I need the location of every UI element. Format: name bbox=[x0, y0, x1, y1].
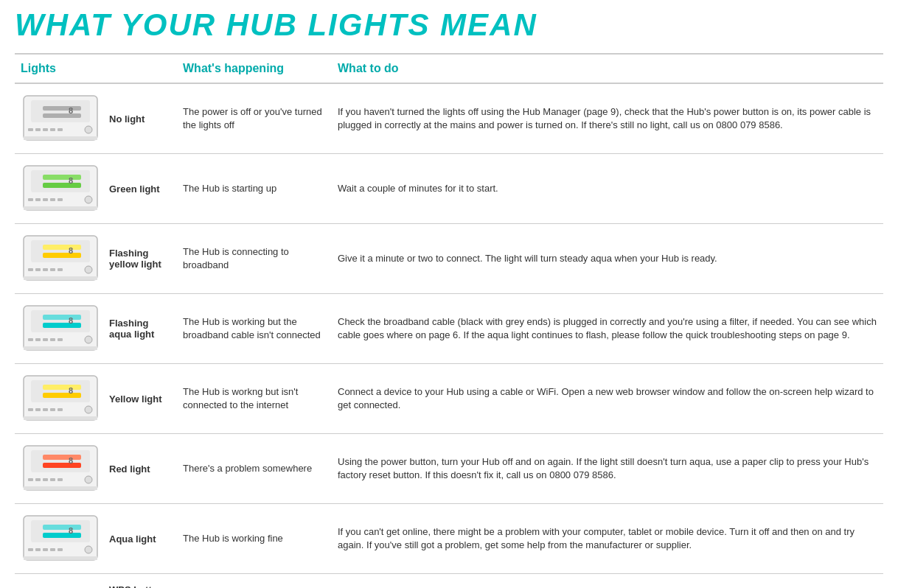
svg-rect-37 bbox=[31, 310, 90, 332]
svg-rect-83 bbox=[24, 556, 97, 560]
light-name-yellow-light: Yellow light bbox=[109, 393, 162, 405]
table-row: 8 No light The power is off or you've tu… bbox=[15, 84, 883, 154]
hub-image-flashing-yellow: 8 bbox=[21, 230, 102, 287]
svg-rect-2 bbox=[43, 106, 81, 111]
hub-image-no-light: 8 bbox=[21, 90, 102, 147]
svg-rect-30 bbox=[35, 268, 41, 271]
svg-rect-31 bbox=[43, 268, 48, 271]
svg-rect-73 bbox=[31, 520, 90, 542]
cell-light-yellow-light: 8 Yellow light bbox=[15, 364, 177, 433]
cell-light-aqua-light: 8 Aqua light bbox=[15, 504, 177, 573]
table-row: 8 Flashingaqua light The Hub is working … bbox=[15, 294, 883, 364]
svg-rect-38 bbox=[43, 315, 81, 320]
svg-rect-50 bbox=[43, 385, 81, 390]
svg-rect-71 bbox=[24, 486, 97, 490]
hub-image-yellow-light: 8 bbox=[21, 370, 102, 427]
cell-happening-aqua-light: The Hub is working fine bbox=[177, 525, 332, 553]
svg-text:8: 8 bbox=[69, 456, 73, 465]
svg-rect-43 bbox=[43, 338, 48, 341]
light-name-no-light: No light bbox=[109, 113, 145, 125]
svg-point-46 bbox=[85, 336, 92, 343]
svg-rect-9 bbox=[58, 128, 63, 131]
light-name-wps-button: WPS button and light bbox=[109, 584, 171, 588]
hub-image-red-light: 8 bbox=[21, 440, 102, 497]
svg-rect-81 bbox=[58, 548, 63, 551]
hub-image-flashing-aqua: 8 bbox=[21, 300, 102, 357]
svg-rect-13 bbox=[31, 170, 90, 192]
svg-point-34 bbox=[85, 266, 92, 273]
svg-rect-54 bbox=[35, 408, 41, 411]
svg-rect-66 bbox=[35, 478, 41, 481]
table-row: 8 Yellow light The Hub is workng but isn… bbox=[15, 364, 883, 434]
svg-text:8: 8 bbox=[69, 316, 73, 325]
svg-rect-59 bbox=[24, 416, 97, 420]
light-name-flashing-aqua: Flashingaqua light bbox=[109, 318, 154, 340]
svg-rect-11 bbox=[24, 136, 97, 140]
col-lights: Lights bbox=[15, 60, 177, 77]
svg-point-10 bbox=[85, 126, 92, 133]
table-row: 8 Flashingyellow light The Hub is connec… bbox=[15, 224, 883, 294]
hub-image-wps-button: 8 WPS bbox=[21, 584, 102, 588]
svg-rect-26 bbox=[43, 245, 81, 250]
svg-text:8: 8 bbox=[69, 246, 73, 255]
svg-rect-51 bbox=[43, 393, 81, 398]
svg-rect-55 bbox=[43, 408, 48, 411]
svg-point-22 bbox=[85, 196, 92, 203]
cell-happening-no-light: The power is off or you've turned the li… bbox=[177, 98, 332, 139]
light-name-flashing-yellow: Flashingyellow light bbox=[109, 248, 161, 270]
svg-rect-53 bbox=[28, 408, 33, 411]
svg-rect-45 bbox=[58, 338, 63, 341]
svg-rect-80 bbox=[50, 548, 55, 551]
light-name-red-light: Red light bbox=[109, 463, 150, 475]
table-row: 8 Green light The Hub is starting up Wai… bbox=[15, 154, 883, 224]
cell-happening-yellow-light: The Hub is workng but isn't connected to… bbox=[177, 378, 332, 419]
cell-todo-aqua-light: If you can't get online, there might be … bbox=[332, 518, 883, 559]
svg-rect-67 bbox=[43, 478, 48, 481]
svg-rect-3 bbox=[43, 113, 81, 118]
svg-rect-15 bbox=[43, 183, 81, 188]
light-name-green-light: Green light bbox=[109, 183, 160, 195]
cell-todo-no-light: If you haven't turned the lights off usi… bbox=[332, 98, 883, 139]
cell-todo-green-light: Wait a couple of minutes for it to start… bbox=[332, 175, 883, 203]
svg-rect-41 bbox=[28, 338, 33, 341]
svg-rect-1 bbox=[31, 100, 90, 122]
cell-todo-yellow-light: Connect a device to your Hub using a cab… bbox=[332, 378, 883, 419]
svg-text:8: 8 bbox=[69, 386, 73, 395]
svg-point-82 bbox=[85, 546, 92, 553]
svg-rect-29 bbox=[28, 268, 33, 271]
cell-light-no-light: 8 No light bbox=[15, 84, 177, 153]
cell-light-flashing-aqua: 8 Flashingaqua light bbox=[15, 294, 177, 363]
light-name-aqua-light: Aqua light bbox=[109, 533, 156, 545]
col-happening: What's happening bbox=[177, 60, 332, 77]
hub-image-green-light: 8 bbox=[21, 160, 102, 217]
table-row: 8 WPS WPS button and light If it's flash… bbox=[15, 574, 883, 588]
svg-text:8: 8 bbox=[69, 526, 73, 535]
hub-image-aqua-light: 8 bbox=[21, 510, 102, 567]
svg-rect-35 bbox=[24, 276, 97, 280]
svg-rect-20 bbox=[50, 198, 55, 201]
svg-rect-61 bbox=[31, 450, 90, 472]
svg-rect-44 bbox=[50, 338, 55, 341]
svg-rect-47 bbox=[24, 346, 97, 350]
svg-rect-7 bbox=[43, 128, 48, 131]
svg-rect-27 bbox=[43, 253, 81, 258]
svg-rect-42 bbox=[35, 338, 41, 341]
svg-rect-32 bbox=[50, 268, 55, 271]
svg-rect-8 bbox=[50, 128, 55, 131]
svg-rect-25 bbox=[31, 240, 90, 262]
table-header: Lights What's happening What to do bbox=[15, 53, 883, 84]
svg-text:8: 8 bbox=[69, 176, 73, 185]
svg-rect-19 bbox=[43, 198, 48, 201]
table-row: 8 Aqua light The Hub is working fine If … bbox=[15, 504, 883, 574]
svg-rect-23 bbox=[24, 206, 97, 210]
svg-rect-68 bbox=[50, 478, 55, 481]
svg-rect-75 bbox=[43, 533, 81, 538]
cell-light-red-light: 8 Red light bbox=[15, 434, 177, 503]
cell-todo-red-light: Using the power button, turn your Hub of… bbox=[332, 448, 883, 489]
svg-rect-56 bbox=[50, 408, 55, 411]
svg-rect-74 bbox=[43, 525, 81, 530]
cell-todo-flashing-yellow: Give it a minute or two to connect. The … bbox=[332, 245, 883, 273]
svg-rect-78 bbox=[35, 548, 41, 551]
table-body: 8 No light The power is off or you've tu… bbox=[15, 84, 883, 588]
svg-rect-79 bbox=[43, 548, 48, 551]
